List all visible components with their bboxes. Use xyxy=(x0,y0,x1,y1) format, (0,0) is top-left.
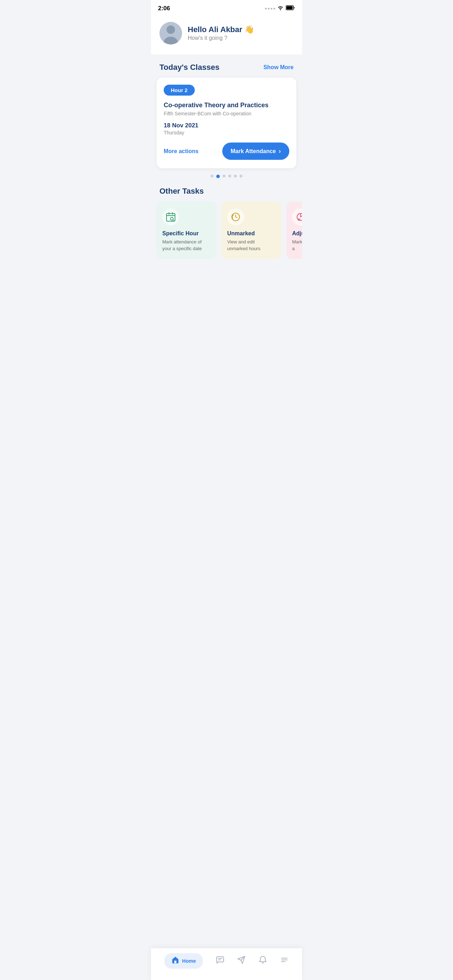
adjust-title: Adju xyxy=(292,231,302,237)
greeting-text: Hello Ali Akbar 👋 How's it going ? xyxy=(188,25,254,41)
class-day: Thursday xyxy=(164,130,289,135)
dot-6[interactable] xyxy=(240,175,242,177)
header-section: Hello Ali Akbar 👋 How's it going ? xyxy=(151,15,302,54)
signal-icon xyxy=(265,8,275,10)
status-time: 2:06 xyxy=(158,5,170,12)
arrow-icon: › xyxy=(279,148,281,155)
dot-1[interactable] xyxy=(211,175,213,177)
class-date: 18 Nov 2021 xyxy=(164,122,289,129)
unmarked-desc: View and edit unmarked hours xyxy=(227,239,276,251)
dot-2[interactable] xyxy=(216,175,220,178)
battery-icon xyxy=(286,5,295,12)
adjust-icon xyxy=(292,208,302,226)
todays-classes-header: Today's Classes Show More xyxy=(151,54,302,78)
show-more-button[interactable]: Show More xyxy=(264,64,294,70)
adjust-desc: Mark your a xyxy=(292,239,302,251)
class-card: Hour 2 Co-operative Theory and Practices… xyxy=(157,78,296,168)
more-actions-button[interactable]: More actions xyxy=(164,148,199,154)
task-card-adjust[interactable]: Adju Mark your a xyxy=(286,201,302,259)
other-tasks-header: Other Tasks xyxy=(151,181,302,201)
dot-4[interactable] xyxy=(228,175,231,177)
class-name: Co-operative Theory and Practices xyxy=(164,101,289,109)
dot-3[interactable] xyxy=(223,175,226,177)
unmarked-title: Unmarked xyxy=(227,231,276,237)
tasks-row: Specific Hour Mark attendance of your a … xyxy=(151,201,302,264)
status-bar: 2:06 xyxy=(151,0,302,15)
specific-hour-title: Specific Hour xyxy=(162,231,211,237)
greeting-name: Hello Ali Akbar 👋 xyxy=(188,25,254,34)
greeting-sub: How's it going ? xyxy=(188,35,254,41)
mark-attendance-button[interactable]: Mark Attendance › xyxy=(222,143,289,160)
task-card-unmarked[interactable]: Unmarked View and edit unmarked hours xyxy=(222,201,281,259)
class-subtitle: Fifth Semester-BCom with Co-operation xyxy=(164,111,289,116)
dot-5[interactable] xyxy=(234,175,237,177)
todays-classes-title: Today's Classes xyxy=(159,63,219,72)
wifi-icon xyxy=(277,5,284,12)
specific-hour-desc: Mark attendance of your a specific date xyxy=(162,239,211,251)
task-card-specific-hour[interactable]: Specific Hour Mark attendance of your a … xyxy=(157,201,217,259)
clock-history-icon xyxy=(227,208,244,226)
avatar xyxy=(159,22,182,45)
calendar-search-icon xyxy=(162,208,179,226)
svg-line-10 xyxy=(173,220,173,221)
svg-rect-1 xyxy=(286,6,293,10)
other-tasks-title: Other Tasks xyxy=(159,187,204,196)
card-actions: More actions Mark Attendance › xyxy=(164,143,289,160)
carousel-dots xyxy=(151,168,302,181)
hour-badge: Hour 2 xyxy=(164,85,195,95)
status-icons xyxy=(265,5,295,12)
svg-point-3 xyxy=(167,25,175,34)
